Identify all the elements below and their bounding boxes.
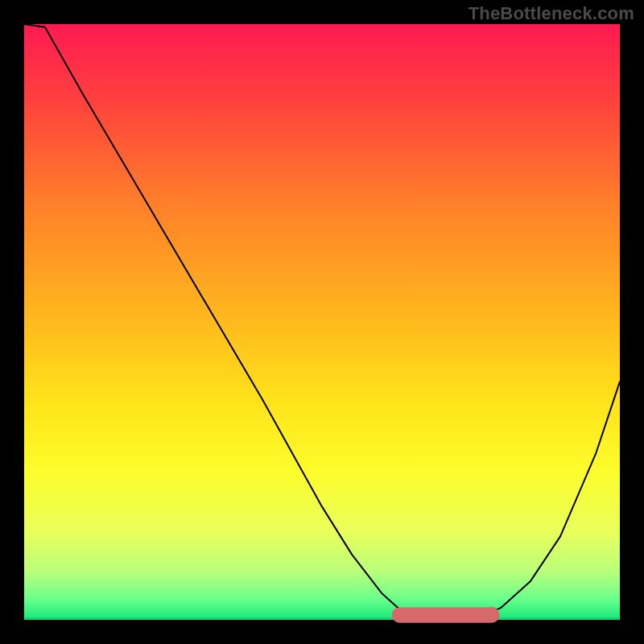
chart-stage: TheBottleneck.com <box>0 0 644 644</box>
plot-background <box>24 24 620 620</box>
optimal-band-end-dot <box>485 607 498 620</box>
watermark-label: TheBottleneck.com <box>469 3 634 24</box>
baseline-accent <box>24 617 620 620</box>
bottleneck-chart <box>0 0 644 644</box>
